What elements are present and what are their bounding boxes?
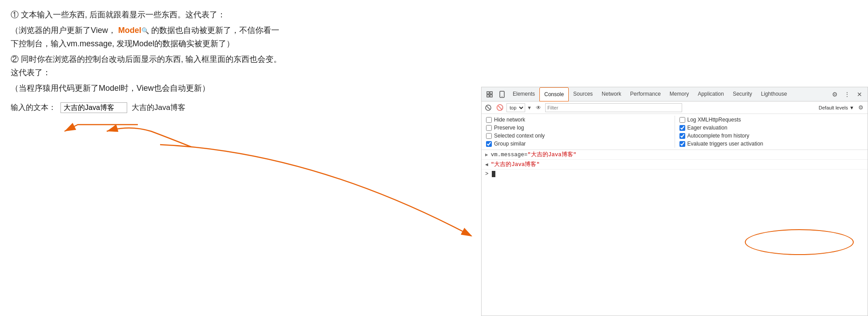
autocomplete-label: Autocomplete from history <box>687 133 749 139</box>
eager-eval-item: Eager evaluation <box>679 125 864 131</box>
selected-context-checkbox[interactable] <box>486 133 492 139</box>
log-xml-label: Log XMLHttpRequests <box>687 117 741 123</box>
input-display: 大吉的Java博客 <box>132 101 185 114</box>
tab-security[interactable]: Security <box>728 87 756 101</box>
prompt-symbol: > <box>485 171 492 177</box>
input-label: 输入的文本： <box>11 101 56 114</box>
line1: ① 文本输入一些东西, 后面就跟着显示一些东西。这代表了： <box>11 8 283 22</box>
log-xml-checkbox[interactable] <box>679 117 685 123</box>
tab-sources[interactable]: Sources <box>569 87 597 101</box>
input-row: 输入的文本： 大吉的Java博客 <box>11 101 283 114</box>
devtools-tabs: Elements Console Sources Network Perform… <box>482 87 868 101</box>
filter-input[interactable] <box>545 103 683 112</box>
evaluate-triggers-item: Evaluate triggers user activation <box>679 141 864 147</box>
console-line-1: ▶ vm.message="大吉的Java博客" <box>482 150 868 160</box>
left-content: ① 文本输入一些东西, 后面就跟着显示一些东西。这代表了： （浏览器的用户更新了… <box>0 0 293 122</box>
preserve-log-checkbox[interactable] <box>486 125 492 131</box>
default-levels[interactable]: Default levels ▼ <box>819 105 854 110</box>
selected-context-item: Selected context only <box>486 133 670 139</box>
eye-icon[interactable]: 👁 <box>534 103 543 113</box>
selected-context-label: Selected context only <box>494 133 545 139</box>
tab-console[interactable]: Console <box>539 87 569 101</box>
console-settings: Hide network Preserve log Selected conte… <box>482 114 868 150</box>
svg-line-9 <box>487 106 490 109</box>
console-settings-btn[interactable]: ⚙ <box>856 103 866 113</box>
svg-point-7 <box>502 96 502 97</box>
context-selector[interactable]: top <box>506 103 525 112</box>
expand-triangle-2[interactable]: ◀ <box>485 162 488 167</box>
line2-highlight: Model <box>118 26 141 35</box>
tab-network[interactable]: Network <box>597 87 626 101</box>
preserve-log-label: Preserve log <box>494 125 524 131</box>
preserve-log-item: Preserve log <box>486 125 670 131</box>
console-toolbar: 🚫 top ▼ 👁 Default levels ▼ ⚙ <box>482 101 868 114</box>
tab-lighthouse[interactable]: Lighthouse <box>756 87 792 101</box>
group-similar-item: Group similar <box>486 141 670 147</box>
svg-rect-2 <box>487 92 489 94</box>
autocomplete-checkbox[interactable] <box>679 133 685 139</box>
console-prompt[interactable]: > <box>482 170 868 178</box>
eager-eval-label: Eager evaluation <box>687 125 727 131</box>
svg-rect-4 <box>487 95 489 97</box>
cursor <box>492 171 495 177</box>
group-similar-checkbox[interactable] <box>486 141 492 147</box>
clear-console-btn[interactable] <box>483 103 493 113</box>
console-text-2: "大吉的Java博客" <box>491 161 540 168</box>
settings-right: Log XMLHttpRequests Eager evaluation Aut… <box>675 114 868 150</box>
tab-performance[interactable]: Performance <box>626 87 665 101</box>
settings-left: Hide network Preserve log Selected conte… <box>482 114 675 150</box>
line4: （当程序猿用代码更新了Model时，View也会自动更新） <box>11 81 283 95</box>
tab-memory[interactable]: Memory <box>665 87 693 101</box>
close-icon[interactable]: ✕ <box>853 88 866 101</box>
autocomplete-item: Autocomplete from history <box>679 133 864 139</box>
console-output[interactable]: ▶ vm.message="大吉的Java博客" ◀ "大吉的Java博客" > <box>482 150 868 316</box>
inspect-icon[interactable] <box>483 88 496 101</box>
settings-icon[interactable]: ⚙ <box>828 88 841 101</box>
devtools-panel: Elements Console Sources Network Perform… <box>481 87 868 316</box>
ban-icon[interactable]: 🚫 <box>495 103 505 113</box>
tab-elements[interactable]: Elements <box>508 87 539 101</box>
line2: （浏览器的用户更新了View， Model🔍 的数据也自动被更新了，不信你看一下… <box>11 24 283 51</box>
console-text-1: vm.message="大吉的Java博客" <box>491 151 577 158</box>
console-line-2: ◀ "大吉的Java博客" <box>482 160 868 170</box>
evaluate-triggers-checkbox[interactable] <box>679 141 685 147</box>
hide-network-checkbox[interactable] <box>486 117 492 123</box>
search-icon: 🔍 <box>141 27 149 34</box>
eager-eval-checkbox[interactable] <box>679 125 685 131</box>
expand-triangle-1[interactable]: ▶ <box>485 152 488 158</box>
log-xml-item: Log XMLHttpRequests <box>679 117 864 123</box>
line2-prefix: （浏览器的用户更新了View， <box>11 26 116 35</box>
svg-rect-5 <box>490 95 492 97</box>
tab-application[interactable]: Application <box>693 87 728 101</box>
more-icon[interactable]: ⋮ <box>841 88 853 101</box>
text-input[interactable] <box>60 102 127 113</box>
line3: ② 同时你在浏览器的控制台改动后面显示的东西, 输入框里面的东西也会变。这代表了… <box>11 53 283 80</box>
group-similar-label: Group similar <box>494 141 526 147</box>
hide-network-item: Hide network <box>486 117 670 123</box>
hide-network-label: Hide network <box>494 117 525 123</box>
svg-rect-3 <box>490 92 492 94</box>
device-icon[interactable] <box>496 88 508 101</box>
evaluate-triggers-label: Evaluate triggers user activation <box>687 141 764 147</box>
